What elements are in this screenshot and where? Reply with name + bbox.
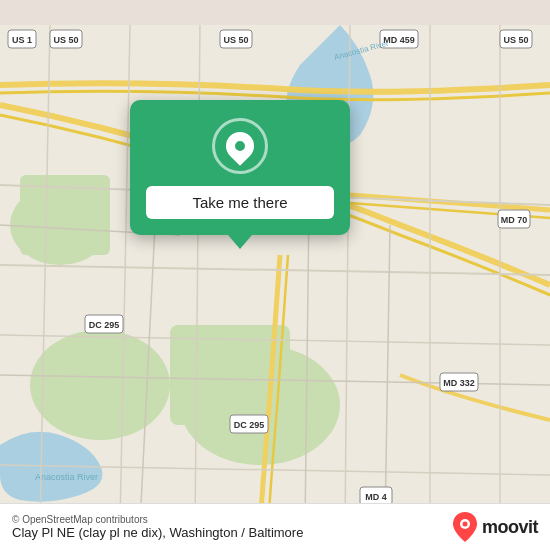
bottom-left-info: © OpenStreetMap contributors Clay Pl NE … <box>12 514 303 540</box>
svg-text:US 1: US 1 <box>12 35 32 45</box>
svg-text:US 50: US 50 <box>503 35 528 45</box>
svg-point-44 <box>462 522 467 527</box>
svg-text:MD 70: MD 70 <box>501 215 528 225</box>
location-pin-icon <box>220 126 260 166</box>
moovit-pin-icon <box>452 512 478 542</box>
location-popup: Take me there <box>130 100 350 235</box>
svg-text:US 50: US 50 <box>53 35 78 45</box>
svg-text:Anacostia River: Anacostia River <box>35 472 98 482</box>
location-icon-wrapper <box>212 118 268 174</box>
bottom-info-bar: © OpenStreetMap contributors Clay Pl NE … <box>0 503 550 550</box>
moovit-brand-text: moovit <box>482 517 538 538</box>
location-label: Clay Pl NE (clay pl ne dix), Washington … <box>12 525 303 540</box>
svg-text:MD 332: MD 332 <box>443 378 475 388</box>
svg-text:US 50: US 50 <box>223 35 248 45</box>
map-attribution: © OpenStreetMap contributors <box>12 514 303 525</box>
map-background: Anacostia River <box>0 0 550 550</box>
svg-text:MD 4: MD 4 <box>365 492 387 502</box>
take-me-there-button[interactable]: Take me there <box>146 186 334 219</box>
moovit-logo: moovit <box>452 512 538 542</box>
map-container: Anacostia River <box>0 0 550 550</box>
svg-text:DC 295: DC 295 <box>89 320 120 330</box>
svg-text:DC 295: DC 295 <box>234 420 265 430</box>
